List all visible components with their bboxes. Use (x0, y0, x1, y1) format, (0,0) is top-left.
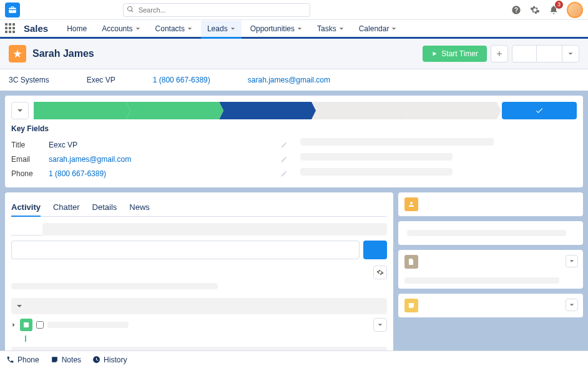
task-icon (20, 319, 32, 331)
pencil-icon[interactable] (280, 156, 288, 163)
pencil-icon[interactable] (280, 141, 288, 149)
notes-icon (51, 356, 59, 364)
app-launcher[interactable] (5, 23, 16, 34)
activity-settings[interactable] (373, 266, 387, 279)
highlight-email[interactable]: sarah.james@gmail.com (248, 76, 330, 84)
user-avatar[interactable] (567, 2, 583, 18)
timeline-connector (25, 336, 387, 342)
activity-composer-submit[interactable] (363, 241, 387, 259)
footer-history[interactable]: History (92, 356, 127, 364)
placeholder (11, 283, 218, 289)
related-icon (404, 255, 418, 269)
footer-notes[interactable]: Notes (51, 356, 81, 364)
tab-activity[interactable]: Activity (11, 199, 41, 217)
nav-leads[interactable]: Leads (201, 21, 242, 39)
chevron-down-icon (16, 303, 22, 309)
record-title: Sarah James (32, 48, 94, 59)
caret-down-icon (568, 51, 573, 56)
activity-tabs: Activity Chatter Details News (11, 199, 387, 217)
action-button-group (512, 45, 579, 62)
keyfields-heading: Key Fields (11, 124, 577, 133)
caret-down-icon (569, 259, 574, 264)
utility-bar: Phone Notes History (0, 351, 588, 368)
activity-section-toggle[interactable] (11, 298, 387, 314)
related-icon (404, 299, 418, 312)
chevron-down-icon (187, 26, 192, 31)
nav-opportunities[interactable]: Opportunities (244, 21, 308, 37)
related-menu[interactable] (566, 255, 578, 267)
highlight-company: 3C Systems (9, 76, 49, 84)
chevron-down-icon (297, 26, 302, 31)
path-stage-5[interactable] (404, 102, 497, 119)
lead-icon (9, 45, 26, 62)
path-stage-2[interactable] (126, 102, 218, 119)
highlight-title: Exec VP (87, 76, 115, 84)
kf-phone: Phone 1 (800 667-6389) (11, 167, 288, 181)
tab-news[interactable]: News (129, 199, 150, 216)
path-card: Key Fields Title Eexc VP Email sarah.jam… (5, 96, 583, 187)
question-icon (511, 5, 521, 15)
global-search (123, 3, 310, 17)
path-toggle[interactable] (11, 102, 29, 119)
kf-email: Email sarah.james@gmail.com (11, 152, 288, 167)
plus-icon (496, 50, 503, 57)
placeholder (300, 153, 453, 161)
tab-chatter[interactable]: Chatter (53, 199, 80, 216)
briefcase-icon (8, 6, 17, 14)
activity-card: Activity Chatter Details News (5, 192, 393, 368)
footer-phone[interactable]: Phone (6, 356, 39, 364)
highlights-panel: 3C Systems Exec VP 1 (800 667-6389) sara… (0, 69, 588, 91)
nav-accounts[interactable]: Accounts (96, 21, 146, 37)
related-menu[interactable] (566, 299, 578, 311)
check-icon (535, 106, 544, 115)
search-icon (127, 6, 134, 13)
caret-down-icon (378, 322, 383, 327)
action-seg-menu[interactable] (562, 45, 579, 62)
phone-icon (6, 356, 14, 364)
global-header: 3 (0, 0, 588, 20)
person-icon (408, 201, 415, 208)
add-button[interactable] (491, 45, 508, 62)
placeholder (47, 322, 129, 328)
nav-calendar[interactable]: Calendar (353, 21, 403, 37)
chevron-down-icon (17, 107, 23, 114)
chevron-down-icon (391, 26, 396, 31)
caret-down-icon (569, 302, 574, 307)
related-icon (404, 197, 418, 211)
notifications-button[interactable]: 3 (548, 4, 559, 16)
notification-badge: 3 (555, 1, 563, 9)
chevron-down-icon (230, 26, 235, 31)
task-checkbox[interactable] (36, 321, 44, 329)
path-stage-3[interactable] (219, 102, 311, 119)
highlight-phone[interactable]: 1 (800 667-6389) (153, 76, 210, 84)
help-button[interactable] (511, 4, 522, 16)
related-card-4 (398, 294, 583, 317)
path-stage-4[interactable] (311, 102, 404, 119)
path-stage-1[interactable] (34, 102, 126, 119)
activity-item (11, 314, 387, 336)
tab-details[interactable]: Details (92, 199, 117, 216)
gear-icon (530, 5, 540, 15)
placeholder (42, 223, 387, 236)
chevron-down-icon (135, 26, 140, 31)
nav-tasks[interactable]: Tasks (311, 21, 350, 37)
chevron-right-icon[interactable] (11, 322, 16, 327)
setup-button[interactable] (529, 4, 541, 16)
nav-home[interactable]: Home (61, 21, 93, 37)
start-timer-button[interactable]: Start Timer (423, 46, 487, 62)
activity-item-menu[interactable] (373, 318, 387, 332)
search-input[interactable] (123, 3, 310, 17)
activity-composer-input[interactable] (11, 241, 360, 259)
app-name: Sales (24, 23, 48, 34)
action-seg-2[interactable] (537, 45, 562, 62)
note-icon (408, 302, 415, 309)
placeholder (300, 168, 453, 176)
path-stages (34, 102, 497, 119)
svg-rect-0 (24, 322, 29, 327)
pencil-icon[interactable] (280, 170, 288, 177)
mark-complete-button[interactable] (502, 102, 577, 119)
action-seg-1[interactable] (512, 45, 537, 62)
record-header: Sarah James Start Timer (0, 39, 588, 69)
nav-contacts[interactable]: Contacts (149, 21, 198, 37)
subtab-1[interactable] (11, 223, 42, 236)
